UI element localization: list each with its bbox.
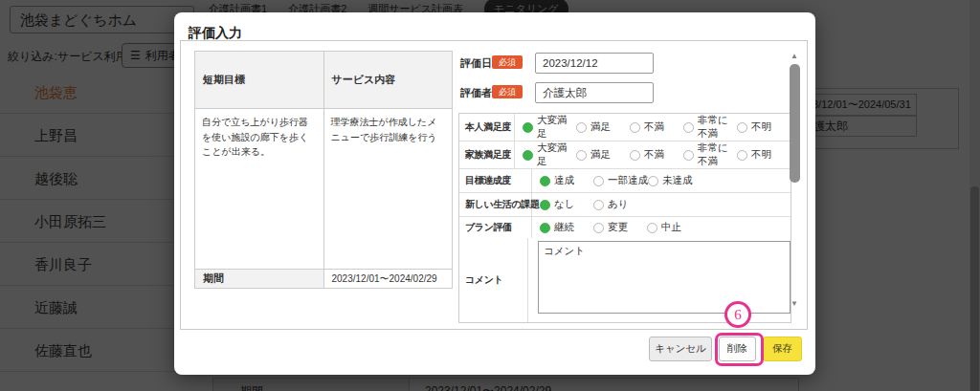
radio-row-label: プラン評価	[459, 217, 532, 238]
annotation-step-6-marker: 6	[724, 301, 751, 328]
radio-unselected-icon[interactable]	[576, 122, 587, 133]
service-text: 理学療法士が作成したメニューで歩行訓練を行う	[324, 109, 454, 270]
radio-row-4: プラン評価継続変更中止	[459, 217, 791, 238]
goal-table-header-goal: 短期目標	[195, 52, 324, 109]
comment-label: コメント	[459, 238, 528, 322]
radio-option-label: 満足	[590, 120, 611, 134]
radio-unselected-icon[interactable]	[647, 223, 657, 233]
modal-footer: キャンセル 削除 保存	[649, 337, 802, 361]
radio-options: 継続変更中止	[532, 217, 791, 238]
radio-option[interactable]: 不明	[737, 120, 791, 134]
radio-unselected-icon[interactable]	[630, 150, 640, 161]
radio-option[interactable]: 満足	[576, 120, 630, 134]
delete-button[interactable]: 削除	[719, 337, 756, 361]
radio-option[interactable]: 一部達成	[593, 174, 648, 187]
radio-option-label: 大変満足	[537, 114, 576, 141]
radio-row-1: 家族満足度大変満足満足不満非常に不満不明	[459, 141, 791, 169]
radio-option[interactable]: 非常に不満	[683, 141, 737, 168]
comment-textarea[interactable]: コメント	[538, 241, 791, 314]
radio-option-label: 非常に不満	[698, 141, 737, 168]
cancel-button[interactable]: キャンセル	[649, 337, 712, 361]
radio-unselected-icon[interactable]	[683, 122, 694, 133]
evaluation-table: 本人満足度大変満足満足不満非常に不満不明家族満足度大変満足満足不満非常に不満不明…	[458, 113, 791, 323]
radio-option[interactable]: 非常に不満	[683, 114, 737, 141]
radio-option-label: 不満	[644, 120, 664, 134]
radio-row-label: 家族満足度	[459, 141, 515, 168]
radio-option-label: 不明	[751, 120, 771, 134]
radio-option[interactable]: 未達成	[648, 174, 702, 187]
radio-option[interactable]: 満足	[576, 148, 630, 162]
radio-option-label: 大変満足	[537, 141, 576, 168]
radio-options: 大変満足満足不満非常に不満不明	[515, 114, 791, 141]
radio-selected-icon[interactable]	[523, 122, 533, 133]
radio-option-label: 達成	[554, 174, 574, 187]
radio-unselected-icon[interactable]	[576, 150, 587, 161]
radio-option[interactable]: 継続	[540, 221, 593, 234]
radio-option[interactable]: 大変満足	[523, 114, 576, 141]
radio-unselected-icon[interactable]	[737, 122, 747, 133]
goal-table: 短期目標 サービス内容 自分で立ち上がり歩行器を使い施設の廊下を歩くことが出来る…	[194, 51, 453, 289]
scroll-up-icon[interactable]: ▲	[791, 52, 798, 60]
goal-table-header-service: サービス内容	[324, 52, 454, 109]
radio-row-label: 新しい生活の課題	[459, 193, 532, 216]
radio-option-label: 非常に不満	[698, 114, 737, 141]
modal-content: 短期目標 サービス内容 自分で立ち上がり歩行器を使い施設の廊下を歩くことが出来る…	[180, 40, 808, 330]
radio-options: なしあり	[532, 193, 791, 216]
radio-option[interactable]: 不明	[737, 148, 791, 162]
radio-option-label: あり	[608, 198, 629, 211]
radio-option[interactable]: あり	[593, 198, 647, 211]
radio-option-label: なし	[554, 198, 575, 211]
radio-row-0: 本人満足度大変満足満足不満非常に不満不明	[459, 114, 791, 141]
evaluator-required-badge: 必須	[492, 85, 523, 98]
evaluator-label: 評価者	[460, 86, 492, 100]
radio-selected-icon[interactable]	[540, 223, 550, 233]
radio-option[interactable]: 不満	[630, 148, 683, 162]
radio-unselected-icon[interactable]	[737, 150, 747, 161]
radio-option-label: 継続	[554, 221, 574, 234]
radio-row-label: 目標達成度	[459, 169, 532, 192]
radio-row-3: 新しい生活の課題なしあり	[459, 193, 791, 217]
radio-option[interactable]: なし	[540, 198, 593, 211]
eval-date-label: 評価日	[460, 56, 492, 71]
radio-selected-icon[interactable]	[540, 200, 550, 210]
radio-option[interactable]: 不満	[630, 120, 683, 134]
scroll-down-icon[interactable]: ▼	[791, 299, 798, 308]
radio-option-label: 不満	[644, 148, 664, 162]
radio-unselected-icon[interactable]	[593, 176, 604, 186]
radio-options: 達成一部達成未達成	[532, 169, 791, 192]
radio-row-label: 本人満足度	[459, 114, 515, 141]
radio-row-2: 目標達成度達成一部達成未達成	[459, 169, 791, 193]
radio-option-label: 一部達成	[608, 174, 648, 187]
goal-text: 自分で立ち上がり歩行器を使い施設の廊下を歩くことが出来る。	[195, 109, 324, 270]
radio-option-label: 不明	[751, 148, 771, 162]
eval-date-input[interactable]	[535, 53, 654, 74]
goal-period-value: 2023/12/01〜2024/02/29	[324, 270, 454, 289]
eval-date-required-badge: 必須	[492, 55, 523, 69]
radio-option-label: 中止	[661, 221, 681, 234]
radio-unselected-icon[interactable]	[683, 150, 694, 161]
radio-unselected-icon[interactable]	[648, 176, 658, 186]
radio-options: 大変満足満足不満非常に不満不明	[515, 141, 791, 168]
radio-option-label: 変更	[608, 221, 628, 234]
radio-option[interactable]: 大変満足	[523, 141, 576, 168]
screen: 池袋まどぐちホム 介護計画書1介護計画書2週間サービス計画表モニタリング 絞り込…	[0, 0, 980, 391]
radio-selected-icon[interactable]	[523, 150, 533, 161]
radio-option-label: 未達成	[662, 174, 693, 187]
radio-unselected-icon[interactable]	[593, 223, 604, 233]
save-button[interactable]: 保存	[763, 337, 802, 361]
radio-selected-icon[interactable]	[540, 176, 550, 186]
annotation-number: 6	[734, 307, 742, 323]
radio-option[interactable]: 中止	[647, 221, 701, 234]
radio-unselected-icon[interactable]	[593, 200, 604, 210]
goal-period-label: 期間	[195, 270, 324, 289]
radio-option[interactable]: 変更	[593, 221, 647, 234]
evaluation-modal: 評価入力 短期目標 サービス内容 自分で立ち上がり歩行器を使い施設の廊下を歩くこ…	[174, 12, 815, 375]
radio-unselected-icon[interactable]	[630, 122, 640, 133]
radio-option-label: 満足	[590, 148, 611, 162]
evaluator-input[interactable]	[535, 82, 654, 103]
radio-option[interactable]: 達成	[540, 174, 593, 187]
modal-scrollbar-thumb[interactable]	[790, 64, 800, 183]
